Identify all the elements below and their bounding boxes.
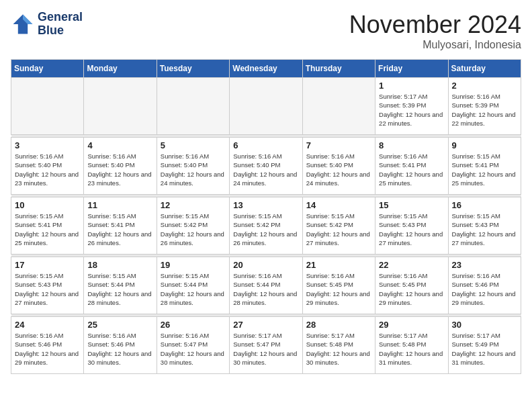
calendar-cell: 12Sunrise: 5:15 AMSunset: 5:42 PMDayligh… — [157, 197, 229, 255]
calendar-cell: 28Sunrise: 5:17 AMSunset: 5:48 PMDayligh… — [302, 317, 375, 374]
calendar-cell — [84, 78, 157, 135]
calendar-cell: 10Sunrise: 5:15 AMSunset: 5:41 PMDayligh… — [11, 197, 84, 255]
day-number: 20 — [233, 260, 298, 270]
day-number: 16 — [452, 200, 517, 210]
day-number: 9 — [452, 140, 517, 150]
day-info: Sunrise: 5:16 AMSunset: 5:46 PMDaylight:… — [15, 331, 80, 367]
day-info: Sunrise: 5:15 AMSunset: 5:43 PMDaylight:… — [15, 271, 80, 307]
day-number: 3 — [15, 140, 80, 150]
day-number: 13 — [233, 200, 298, 210]
day-number: 30 — [452, 320, 517, 330]
calendar-cell: 9Sunrise: 5:15 AMSunset: 5:41 PMDaylight… — [448, 138, 521, 195]
day-info: Sunrise: 5:17 AMSunset: 5:39 PMDaylight:… — [379, 92, 444, 128]
weekday-header: Tuesday — [157, 60, 229, 78]
day-number: 8 — [379, 140, 444, 150]
calendar-cell: 25Sunrise: 5:16 AMSunset: 5:46 PMDayligh… — [84, 317, 157, 374]
day-info: Sunrise: 5:16 AMSunset: 5:40 PMDaylight:… — [87, 152, 152, 187]
calendar-cell: 29Sunrise: 5:17 AMSunset: 5:48 PMDayligh… — [375, 317, 448, 374]
day-number: 27 — [233, 320, 298, 330]
calendar-cell: 24Sunrise: 5:16 AMSunset: 5:46 PMDayligh… — [11, 317, 84, 374]
calendar-cell: 15Sunrise: 5:15 AMSunset: 5:43 PMDayligh… — [375, 197, 448, 255]
calendar-cell: 17Sunrise: 5:15 AMSunset: 5:43 PMDayligh… — [11, 257, 84, 314]
calendar-cell: 2Sunrise: 5:16 AMSunset: 5:39 PMDaylight… — [448, 78, 521, 135]
calendar-cell: 8Sunrise: 5:16 AMSunset: 5:41 PMDaylight… — [375, 138, 448, 195]
calendar-cell: 27Sunrise: 5:17 AMSunset: 5:47 PMDayligh… — [230, 317, 302, 374]
location: Mulyosari, Indonesia — [349, 39, 521, 51]
day-number: 5 — [161, 140, 226, 150]
day-info: Sunrise: 5:15 AMSunset: 5:42 PMDaylight:… — [233, 212, 298, 247]
calendar-cell: 3Sunrise: 5:16 AMSunset: 5:40 PMDaylight… — [11, 138, 84, 195]
day-number: 1 — [379, 81, 444, 91]
calendar-cell: 30Sunrise: 5:17 AMSunset: 5:49 PMDayligh… — [448, 317, 521, 374]
calendar-cell: 23Sunrise: 5:16 AMSunset: 5:46 PMDayligh… — [448, 257, 521, 314]
calendar-cell: 4Sunrise: 5:16 AMSunset: 5:40 PMDaylight… — [84, 138, 157, 195]
calendar-cell: 20Sunrise: 5:16 AMSunset: 5:44 PMDayligh… — [230, 257, 302, 314]
day-info: Sunrise: 5:16 AMSunset: 5:39 PMDaylight:… — [452, 92, 517, 128]
calendar-cell: 21Sunrise: 5:16 AMSunset: 5:45 PMDayligh… — [302, 257, 375, 314]
calendar-cell: 18Sunrise: 5:15 AMSunset: 5:44 PMDayligh… — [84, 257, 157, 314]
day-number: 29 — [379, 320, 444, 330]
calendar-cell: 7Sunrise: 5:16 AMSunset: 5:40 PMDaylight… — [302, 138, 375, 195]
day-info: Sunrise: 5:15 AMSunset: 5:44 PMDaylight:… — [161, 271, 226, 307]
calendar-cell: 22Sunrise: 5:16 AMSunset: 5:45 PMDayligh… — [375, 257, 448, 314]
day-number: 23 — [452, 260, 517, 270]
day-info: Sunrise: 5:15 AMSunset: 5:42 PMDaylight:… — [161, 212, 226, 247]
calendar-table: SundayMondayTuesdayWednesdayThursdayFrid… — [11, 59, 521, 374]
logo-text: General Blue — [38, 11, 83, 38]
day-number: 22 — [379, 260, 444, 270]
day-info: Sunrise: 5:16 AMSunset: 5:46 PMDaylight:… — [87, 331, 152, 367]
day-info: Sunrise: 5:15 AMSunset: 5:42 PMDaylight:… — [306, 212, 371, 247]
day-number: 11 — [87, 200, 152, 210]
calendar-cell — [302, 78, 375, 135]
logo: General Blue — [11, 11, 83, 38]
day-number: 4 — [87, 140, 152, 150]
day-number: 24 — [15, 320, 80, 330]
day-info: Sunrise: 5:17 AMSunset: 5:47 PMDaylight:… — [233, 331, 298, 367]
day-info: Sunrise: 5:16 AMSunset: 5:45 PMDaylight:… — [379, 271, 444, 307]
calendar-cell: 26Sunrise: 5:16 AMSunset: 5:47 PMDayligh… — [157, 317, 229, 374]
calendar-cell: 16Sunrise: 5:15 AMSunset: 5:43 PMDayligh… — [448, 197, 521, 255]
day-info: Sunrise: 5:16 AMSunset: 5:44 PMDaylight:… — [233, 271, 298, 307]
weekday-header: Thursday — [302, 60, 375, 78]
day-number: 2 — [452, 81, 517, 91]
calendar-cell: 6Sunrise: 5:16 AMSunset: 5:40 PMDaylight… — [230, 138, 302, 195]
day-number: 26 — [161, 320, 226, 330]
calendar-cell: 1Sunrise: 5:17 AMSunset: 5:39 PMDaylight… — [375, 78, 448, 135]
day-info: Sunrise: 5:15 AMSunset: 5:44 PMDaylight:… — [87, 271, 152, 307]
day-info: Sunrise: 5:17 AMSunset: 5:48 PMDaylight:… — [306, 331, 371, 367]
calendar-cell: 14Sunrise: 5:15 AMSunset: 5:42 PMDayligh… — [302, 197, 375, 255]
day-number: 18 — [87, 260, 152, 270]
day-info: Sunrise: 5:17 AMSunset: 5:48 PMDaylight:… — [379, 331, 444, 367]
day-info: Sunrise: 5:16 AMSunset: 5:46 PMDaylight:… — [452, 271, 517, 307]
day-number: 21 — [306, 260, 371, 270]
day-number: 15 — [379, 200, 444, 210]
calendar-cell — [157, 78, 229, 135]
day-info: Sunrise: 5:15 AMSunset: 5:41 PMDaylight:… — [15, 212, 80, 247]
day-number: 28 — [306, 320, 371, 330]
day-info: Sunrise: 5:16 AMSunset: 5:40 PMDaylight:… — [233, 152, 298, 187]
weekday-header: Friday — [375, 60, 448, 78]
day-info: Sunrise: 5:16 AMSunset: 5:40 PMDaylight:… — [306, 152, 371, 187]
day-number: 14 — [306, 200, 371, 210]
weekday-header: Saturday — [448, 60, 521, 78]
day-number: 10 — [15, 200, 80, 210]
day-number: 7 — [306, 140, 371, 150]
day-info: Sunrise: 5:15 AMSunset: 5:43 PMDaylight:… — [452, 212, 517, 247]
day-number: 19 — [161, 260, 226, 270]
calendar-cell — [230, 78, 302, 135]
logo-icon — [11, 12, 35, 36]
page-header: General Blue November 2024 Mulyosari, In… — [11, 11, 521, 51]
day-info: Sunrise: 5:15 AMSunset: 5:41 PMDaylight:… — [87, 212, 152, 247]
day-info: Sunrise: 5:17 AMSunset: 5:49 PMDaylight:… — [452, 331, 517, 367]
weekday-header: Wednesday — [230, 60, 302, 78]
title-block: November 2024 Mulyosari, Indonesia — [349, 11, 521, 51]
calendar-cell: 11Sunrise: 5:15 AMSunset: 5:41 PMDayligh… — [84, 197, 157, 255]
day-number: 17 — [15, 260, 80, 270]
calendar-cell: 5Sunrise: 5:16 AMSunset: 5:40 PMDaylight… — [157, 138, 229, 195]
calendar-cell: 13Sunrise: 5:15 AMSunset: 5:42 PMDayligh… — [230, 197, 302, 255]
day-info: Sunrise: 5:16 AMSunset: 5:45 PMDaylight:… — [306, 271, 371, 307]
day-number: 12 — [161, 200, 226, 210]
weekday-header: Sunday — [11, 60, 84, 78]
day-number: 25 — [87, 320, 152, 330]
day-info: Sunrise: 5:16 AMSunset: 5:40 PMDaylight:… — [161, 152, 226, 187]
